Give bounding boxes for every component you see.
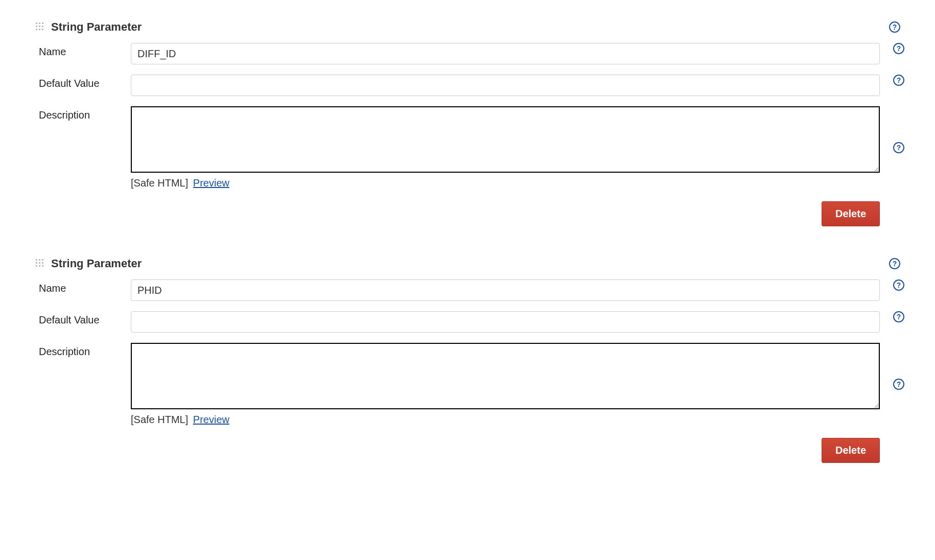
svg-rect-6 <box>36 29 37 30</box>
svg-rect-7 <box>39 29 40 30</box>
help-icon[interactable]: ? <box>893 379 904 390</box>
name-input[interactable] <box>131 279 880 301</box>
svg-rect-18 <box>39 259 40 261</box>
svg-text:?: ? <box>897 380 901 388</box>
svg-rect-0 <box>36 22 37 24</box>
svg-text:?: ? <box>897 44 901 53</box>
description-label: Description <box>36 106 131 121</box>
svg-text:?: ? <box>893 260 897 268</box>
help-icon[interactable]: ? <box>893 279 904 291</box>
description-textarea[interactable] <box>131 343 880 409</box>
help-icon[interactable]: ? <box>893 43 904 54</box>
string-parameter-block: String Parameter ? Name ? Default Value <box>36 257 904 463</box>
svg-rect-4 <box>39 26 40 27</box>
default-value-label: Default Value <box>36 311 131 326</box>
svg-rect-19 <box>42 259 43 261</box>
svg-rect-8 <box>42 29 43 30</box>
svg-rect-22 <box>42 262 43 264</box>
svg-rect-17 <box>36 259 37 261</box>
svg-rect-5 <box>42 26 43 27</box>
delete-button[interactable]: Delete <box>822 201 880 226</box>
name-label: Name <box>36 279 131 294</box>
name-input[interactable] <box>131 43 880 64</box>
preview-link[interactable]: Preview <box>193 177 229 189</box>
help-icon[interactable]: ? <box>893 75 904 86</box>
svg-rect-24 <box>39 265 40 267</box>
drag-handle-icon[interactable] <box>36 259 45 268</box>
svg-text:?: ? <box>897 313 901 321</box>
svg-rect-21 <box>39 262 40 264</box>
svg-rect-20 <box>36 262 37 264</box>
svg-rect-23 <box>36 265 37 267</box>
parameter-type-label: String Parameter <box>51 257 889 270</box>
delete-button[interactable]: Delete <box>822 438 880 463</box>
drag-handle-icon[interactable] <box>36 22 45 32</box>
default-value-input[interactable] <box>131 75 880 96</box>
description-textarea[interactable] <box>131 106 880 173</box>
svg-text:?: ? <box>893 23 897 31</box>
svg-rect-25 <box>42 265 43 267</box>
default-value-input[interactable] <box>131 311 880 333</box>
svg-rect-2 <box>42 22 43 24</box>
parameter-type-label: String Parameter <box>51 20 889 34</box>
svg-text:?: ? <box>897 76 901 84</box>
preview-link[interactable]: Preview <box>193 414 229 425</box>
safe-html-hint: [Safe HTML] <box>131 414 188 425</box>
safe-html-hint: [Safe HTML] <box>131 177 188 189</box>
default-value-label: Default Value <box>36 75 131 89</box>
help-icon[interactable]: ? <box>889 21 900 33</box>
svg-rect-3 <box>36 26 37 27</box>
help-icon[interactable]: ? <box>893 311 904 322</box>
help-icon[interactable]: ? <box>893 142 904 153</box>
svg-text:?: ? <box>897 281 901 289</box>
description-label: Description <box>36 343 131 358</box>
string-parameter-block: String Parameter ? Name ? Default Value <box>36 20 904 226</box>
help-icon[interactable]: ? <box>889 258 900 269</box>
svg-rect-1 <box>39 22 40 24</box>
svg-text:?: ? <box>897 144 901 152</box>
name-label: Name <box>36 43 131 58</box>
